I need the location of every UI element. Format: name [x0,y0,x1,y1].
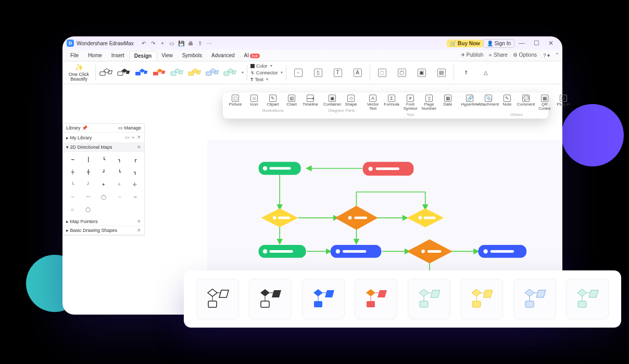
shape-curve-1[interactable]: ╰ [65,179,80,190]
bg-button[interactable]: ▢ [393,69,411,77]
buy-now-button[interactable]: 🛒Buy Now [447,40,483,47]
save-button[interactable]: 💾 [177,38,186,48]
color-dropdown[interactable]: Color▾ [250,63,283,69]
shape-corner-2[interactable]: ┓ [112,154,127,165]
shape-dashes[interactable]: ┈ [112,191,127,203]
shape-circle-big[interactable]: ◯ [81,204,95,215]
collapse-ribbon-button[interactable]: ⌃ [555,52,559,59]
insert-picture-button[interactable]: ▢Picture [226,95,245,107]
theme-preset-4[interactable] [152,67,168,79]
insert-chart-button[interactable]: ▥Chart [282,95,301,107]
theme-preset-2[interactable] [117,67,132,79]
footer-button[interactable]: ▤ [433,69,450,77]
shape-dot[interactable]: ○ [65,204,80,215]
shape-cross-1[interactable]: ┿ [65,166,80,178]
insert-date-button[interactable]: ▦Date [438,95,457,111]
options-button[interactable]: ⚙ Options [513,52,537,59]
print-button[interactable]: 🖶 [186,38,195,48]
theme-preset-5[interactable] [170,67,185,79]
menu-symbols[interactable]: Symbols [178,51,207,60]
shape-corner-3[interactable]: ┏ [128,154,142,165]
page-font-button[interactable]: A [349,69,367,77]
insert-hyperlink-button[interactable]: 🔗Hyperlink [460,95,479,111]
preset-card-5[interactable] [408,279,450,319]
help-button[interactable]: ？▾ [542,52,550,59]
page-layout-button[interactable]: ▯ [309,69,327,77]
menu-advanced[interactable]: Advanced [207,51,239,60]
library-mylib-row[interactable]: ▸ My Library ▭ ＋ ✕ [63,133,144,143]
library-manage-button[interactable]: ▭ Manage [118,125,141,131]
shape-corner-1[interactable]: ┗ [96,154,111,165]
theme-preset-3[interactable] [134,67,150,79]
window-minimize-button[interactable]: — [514,40,529,47]
header-button[interactable]: ▣ [413,69,431,77]
signin-button[interactable]: 👤Sign In [483,39,514,48]
window-maximize-button[interactable]: ☐ [529,40,544,47]
shape-dashes-2[interactable]: ┉ [128,191,142,203]
theme-preset-1[interactable] [99,67,115,79]
warning-style-button[interactable]: △ [477,69,495,77]
shape-wave[interactable]: 〰 [81,191,95,203]
menu-file[interactable]: File [66,51,83,60]
menu-design[interactable]: Design [129,51,157,61]
redo-button[interactable]: ↷ [148,38,158,48]
shape-star-2[interactable]: ✧ [112,179,127,190]
text-dropdown[interactable]: TText▾ [250,76,283,83]
insert-note-button[interactable]: ✎Note [498,95,517,111]
shape-curve-2[interactable]: ╯ [81,179,95,190]
page-bg-button[interactable]: ▫ [290,69,307,77]
preset-card-6[interactable] [460,279,503,319]
preset-card-2[interactable] [249,279,292,319]
shape-star-3[interactable]: ✢ [128,179,142,190]
insert-timeline-button[interactable]: ⟶Timeline [301,95,320,107]
shape-line-h[interactable]: ━ [65,154,80,165]
library-section-basic[interactable]: ▸ Basic Drawing Shapes ✕ [63,226,144,235]
shape-l-1[interactable]: ┛ [96,166,111,178]
shape-dash[interactable]: ┄ [65,191,80,203]
window-close-button[interactable]: ✕ [544,40,558,47]
preset-card-1[interactable] [196,279,239,319]
theme-preset-7[interactable] [205,67,221,79]
shape-cross-2[interactable]: ╋ [81,166,95,178]
insert-fontsymbol-button[interactable]: #Font Symbol [401,95,420,111]
library-section-2d[interactable]: ▾ 2D Directional Maps ✕ [63,143,144,152]
menu-ai[interactable]: AIhot [240,51,265,60]
insert-shape-button[interactable]: ◇Shape [342,95,360,107]
insert-pagenum-button[interactable]: ▯Page Number [420,95,438,111]
shape-circle-1[interactable]: ◯ [96,191,111,203]
insert-attach-button[interactable]: 📎Attachment [479,95,498,111]
preset-card-4[interactable] [355,279,397,319]
pin-icon[interactable]: 📌 [82,125,87,131]
connector-dropdown[interactable]: ↯Connector▾ [250,70,283,76]
theme-preset-8[interactable] [223,67,238,79]
shape-l-2[interactable]: ┗ [112,166,127,178]
publish-button[interactable]: ✈ Publish [461,52,484,59]
insert-icon-button[interactable]: ☺Icon [245,95,263,107]
shape-l-3[interactable]: ┓ [128,166,142,178]
watermark-button[interactable]: ◌ [373,69,391,77]
shape-star-1[interactable]: ✦ [96,179,111,190]
preset-card-3[interactable] [302,279,345,319]
menu-insert[interactable]: Insert [107,51,129,60]
undo-button[interactable]: ↶ [139,38,148,48]
theme-preset-6[interactable] [187,67,203,79]
insert-clipart-button[interactable]: ✎Clipart [263,95,282,107]
new-button[interactable]: ＋ [158,38,167,48]
more-button[interactable]: ⋯ [205,38,214,48]
insert-vtext-button[interactable]: AVector Text [363,95,382,111]
page-text-button[interactable]: T [329,69,347,77]
library-section-map[interactable]: ▸ Map Pointers ✕ [63,217,144,226]
one-click-beautify-button[interactable]: ✨ One Click Beautify [66,63,92,82]
insert-qr-button[interactable]: ▩QR Codes [535,95,554,111]
insert-comment-button[interactable]: 💬Comment [517,95,535,111]
menu-view[interactable]: View [157,51,178,60]
theme-more-button[interactable]: ▾ [242,70,244,75]
arrow-style-button[interactable]: ⇑ [457,69,475,77]
preset-card-8[interactable] [566,279,609,319]
export-button[interactable]: ⇪ [195,38,205,48]
menu-home[interactable]: Home [83,51,107,60]
insert-container-button[interactable]: ▣Container [323,95,342,107]
preset-card-7[interactable] [513,279,556,319]
insert-plugin-button[interactable]: ⊞Plug-in [554,95,573,111]
insert-formula-button[interactable]: ΣFormula [382,95,401,111]
